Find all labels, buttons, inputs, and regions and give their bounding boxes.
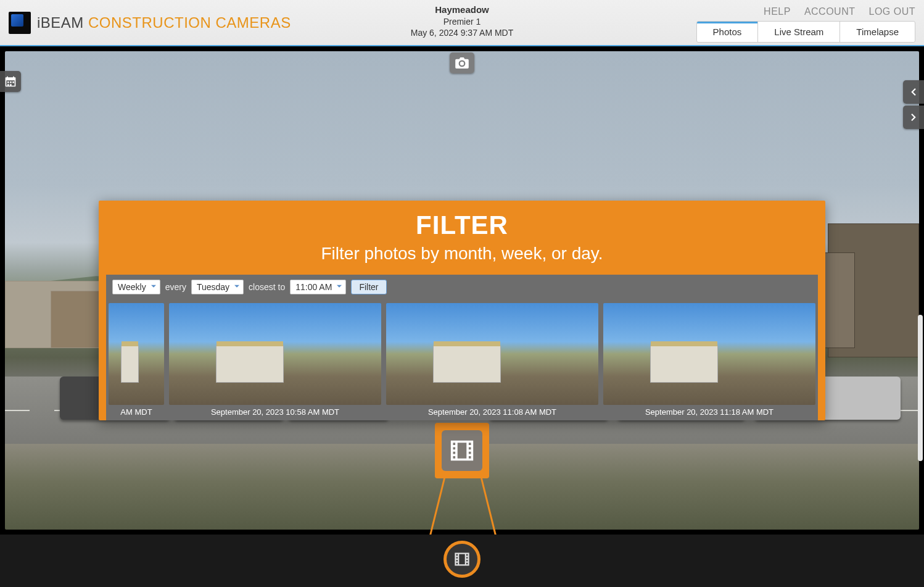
prev-photo-button[interactable] (903, 80, 924, 104)
snapshot-button[interactable] (450, 52, 474, 73)
logout-link[interactable]: LOG OUT (868, 6, 915, 17)
filter-button[interactable]: Filter (351, 280, 386, 294)
time-select[interactable]: 11:00 AM (290, 280, 346, 294)
account-link[interactable]: ACCOUNT (804, 6, 856, 17)
brand-part1: iBEAM (37, 14, 84, 31)
callout-subtitle: Filter photos by month, week, or day. (106, 244, 818, 264)
callout-title: FILTER (106, 210, 818, 240)
header-right: HELP ACCOUNT LOG OUT Photos Live Stream … (696, 2, 915, 43)
frequency-select[interactable]: Weekly (112, 280, 160, 294)
calendar-button[interactable] (0, 71, 21, 92)
chevron-right-icon (908, 112, 919, 123)
every-label: every (165, 282, 186, 292)
thumbnail-label: September 20, 2023 11:18 AM MDT (603, 405, 815, 417)
filter-callout: FILTER Filter photos by month, week, or … (99, 201, 825, 420)
project-name: Haymeadow (411, 4, 514, 16)
filter-source-highlight (435, 423, 489, 478)
thumbnail-item[interactable]: September 20, 2023 10:58 AM MDT (169, 303, 381, 417)
help-link[interactable]: HELP (764, 6, 791, 17)
filmstrip-icon (448, 438, 476, 463)
brand-logo-icon (9, 12, 31, 34)
thumbnail-item[interactable]: AM MDT (109, 303, 164, 417)
header-center: Haymeadow Premier 1 May 6, 2024 9:37 AM … (411, 4, 514, 38)
tab-live-stream[interactable]: Live Stream (757, 22, 839, 42)
day-select[interactable]: Tuesday (191, 280, 244, 294)
chevron-left-icon (908, 86, 919, 98)
filmstrip-icon (453, 551, 471, 567)
brand-text: iBEAM CONSTRUCTION CAMERAS (37, 14, 291, 31)
photo-timestamp: May 6, 2024 9:37 AM MDT (411, 27, 514, 38)
brand-group: iBEAM CONSTRUCTION CAMERAS (9, 12, 291, 34)
thumbnail-item[interactable]: September 20, 2023 11:08 AM MDT (386, 303, 598, 417)
filmstrip-button-large[interactable] (442, 430, 482, 471)
thumbnail-label: September 20, 2023 11:08 AM MDT (386, 405, 598, 417)
brand-part2: CONSTRUCTION CAMERAS (84, 14, 291, 31)
thumbnail-item[interactable]: September 20, 2023 11:18 AM MDT (603, 303, 815, 417)
filmstrip-toggle-button[interactable] (443, 541, 481, 578)
bottom-strip (0, 535, 924, 587)
filter-bar: Weekly every Tuesday closest to 11:00 AM… (106, 275, 818, 299)
thumbnail-label: AM MDT (109, 405, 164, 417)
account-links: HELP ACCOUNT LOG OUT (764, 6, 915, 17)
thumbnail-label: September 20, 2023 10:58 AM MDT (169, 405, 381, 417)
tab-photos[interactable]: Photos (697, 22, 758, 42)
scrollbar[interactable] (918, 315, 923, 461)
closest-to-label: closest to (249, 282, 285, 292)
top-bar: iBEAM CONSTRUCTION CAMERAS Haymeadow Pre… (0, 0, 924, 46)
tab-timelapse[interactable]: Timelapse (839, 22, 915, 42)
view-tabs: Photos Live Stream Timelapse (696, 21, 915, 43)
calendar-icon (4, 75, 17, 88)
photo-viewer: FILTER Filter photos by month, week, or … (0, 46, 924, 535)
camera-icon (455, 57, 469, 69)
camera-name: Premier 1 (411, 16, 514, 27)
filter-thumbnails: AM MDT September 20, 2023 10:58 AM MDT S… (106, 299, 818, 420)
next-photo-button[interactable] (903, 106, 924, 129)
